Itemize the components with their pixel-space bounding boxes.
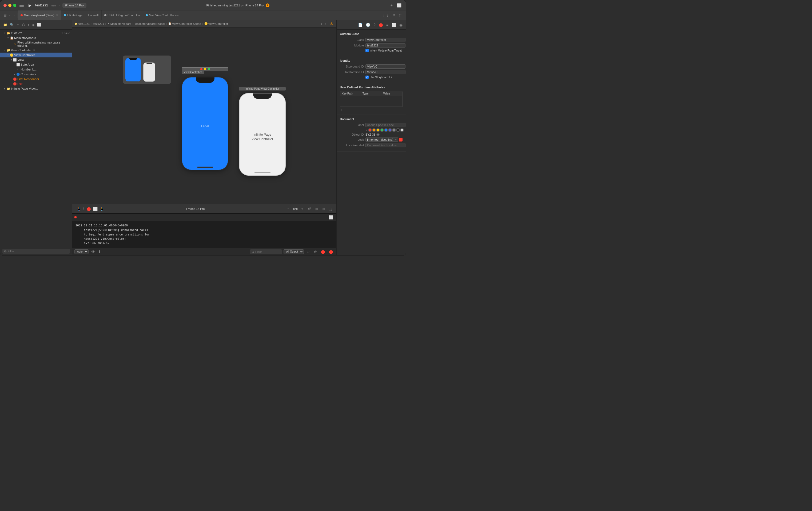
canvas-device-icon[interactable]: ⬜ <box>92 206 99 211</box>
safe-area-item[interactable]: ⬜ Safe Area <box>0 62 72 67</box>
storyboard-id-input[interactable] <box>366 64 405 69</box>
log-red2-icon[interactable]: ⬤ <box>328 249 334 254</box>
search-icon[interactable]: 🔍 <box>9 22 15 27</box>
restoration-id-input[interactable] <box>366 70 405 74</box>
log-info-icon[interactable]: ℹ <box>98 249 101 254</box>
tab-mainvc[interactable]: MainViewController.swi <box>143 10 182 20</box>
tab-storyboard[interactable]: Main.storyboard (Base) ✕ <box>18 10 61 20</box>
breadcrumb-storyboard[interactable]: ✕ Main.storyboard <box>107 22 132 25</box>
warning-item[interactable]: ⚠ Fixed width constraints may cause clip… <box>0 40 72 48</box>
constraints-item[interactable]: 🔵 Constraints <box>0 72 72 77</box>
first-responder-item[interactable]: 🔴 First Responder <box>0 77 72 81</box>
tab-uikit[interactable]: UIKit.UIPag...wController <box>102 10 143 20</box>
lock-clear-btn[interactable] <box>399 138 403 141</box>
auto-select[interactable]: Auto <box>75 249 89 254</box>
white-phone-frame[interactable]: Infinite PageView Controller <box>239 93 286 176</box>
lock-dropdown[interactable]: Inherited - (Nothing) ▾ <box>366 137 398 142</box>
inspector-id-icon[interactable]: ⬤ <box>378 22 384 27</box>
close-button[interactable] <box>3 4 7 7</box>
infinite-page-item[interactable]: 📁 Infinite Page View... <box>0 86 72 91</box>
canvas-more-icon[interactable]: ⬚ <box>327 206 333 211</box>
canvas-phone-landscape-icon[interactable]: 📱 <box>99 206 105 211</box>
more-options-icon[interactable]: ≡ <box>392 12 397 18</box>
constraints-arrow[interactable] <box>13 73 16 76</box>
canvas-stop-icon[interactable]: ⬤ <box>86 206 92 211</box>
exit-item[interactable]: 🔴 Exit <box>0 81 72 86</box>
breadcrumb-back[interactable]: ‹ <box>320 21 323 26</box>
play-button[interactable]: ▶ <box>27 3 33 8</box>
breadcrumb-storyboard-base[interactable]: Main.storyboard (Base) <box>135 22 165 25</box>
color-red[interactable] <box>368 128 372 132</box>
log-trash-icon[interactable]: 🗑 <box>312 249 318 254</box>
device-list-icon[interactable]: ⊞ <box>314 206 319 211</box>
number-label-item[interactable]: L Number L... <box>0 67 72 72</box>
report-icon[interactable]: ⬜ <box>36 22 42 27</box>
infinite-page-arrow[interactable] <box>3 87 6 90</box>
inspector-file-icon[interactable]: 📄 <box>357 22 364 27</box>
localizer-hint-input[interactable] <box>366 143 405 147</box>
inspector-connect-icon[interactable]: ◉ <box>398 22 404 27</box>
refresh-icon[interactable]: ↺ <box>307 206 312 211</box>
doc-label-input[interactable] <box>366 123 405 127</box>
vc-scene-item[interactable]: 📁 View Controller Sc... <box>0 48 72 53</box>
storyboard-item[interactable]: 📋 Main.storyboard <box>0 35 72 40</box>
inspector-toggle-icon[interactable]: ⬚ <box>398 12 404 18</box>
device-selector[interactable]: iPhone 14 Pro <box>62 3 86 8</box>
color-purple[interactable] <box>388 128 392 132</box>
add-runtime-attr-btn[interactable]: ＋ － <box>340 108 403 112</box>
zoom-out-button[interactable]: － <box>285 206 291 212</box>
breakpoint-icon[interactable]: ◉ <box>31 22 35 27</box>
view-item[interactable]: ⬜ View <box>0 57 72 62</box>
view-arrow[interactable] <box>10 58 12 61</box>
inspector-size-icon[interactable]: ⬜ <box>390 22 397 27</box>
project-root-item[interactable]: 📂 test1221 1 issue <box>0 31 72 35</box>
output-select[interactable]: All Output <box>284 249 304 254</box>
related-files-icon[interactable]: ⋮⋮ <box>381 12 390 18</box>
tab-infinite[interactable]: InfinitePage...troller.swift <box>61 10 102 20</box>
vc-arrow[interactable] <box>7 54 9 56</box>
log-expand-icon[interactable]: ⬜ <box>327 215 334 220</box>
filter-input[interactable] <box>8 250 68 253</box>
color-gray[interactable] <box>393 128 396 132</box>
breadcrumb-vc[interactable]: 🟡 View Controller <box>204 22 228 25</box>
blue-phone-frame[interactable]: Label <box>182 77 228 170</box>
source-control-icon[interactable]: ⬡ <box>21 22 26 27</box>
breadcrumb-scene[interactable]: 📋 View Controller Scene <box>168 22 201 25</box>
warning-badge[interactable]: 1 <box>266 3 269 7</box>
inherit-checkbox-box[interactable]: ✓ <box>366 49 369 52</box>
warning-filter-icon[interactable]: ⚠ <box>16 22 20 27</box>
breadcrumb-forward[interactable]: › <box>324 21 327 26</box>
inspector-clock-icon[interactable]: 🕐 <box>365 22 371 27</box>
log-filter-icon2[interactable]: ⊙ <box>306 249 311 254</box>
class-input[interactable] <box>366 38 405 42</box>
canvas-phone-portrait-icon[interactable]: 📱 <box>76 206 82 211</box>
bookmark-icon[interactable]: ♦ <box>27 22 30 27</box>
color-white[interactable] <box>400 128 404 132</box>
log-red1-icon[interactable]: ⬤ <box>320 249 326 254</box>
vc-item[interactable]: 🟡 View Controller <box>0 53 72 57</box>
project-expand-arrow[interactable] <box>3 32 6 34</box>
use-storyboard-checkbox-box[interactable]: ✓ <box>366 76 369 79</box>
module-input[interactable] <box>366 43 405 48</box>
breadcrumb-target[interactable]: test1221 <box>93 22 104 25</box>
tab-storyboard-close[interactable]: ✕ <box>56 14 58 17</box>
sidebar-grid-icon[interactable]: ⊞ <box>2 12 8 18</box>
log-eye-icon[interactable]: 👁 <box>90 249 96 254</box>
storyboard-expand-arrow[interactable] <box>7 36 9 39</box>
log-filter-input[interactable] <box>255 250 280 253</box>
color-yellow[interactable] <box>376 128 380 132</box>
color-green[interactable] <box>380 128 384 132</box>
vc-scene-arrow[interactable] <box>3 49 6 52</box>
canvas-info-icon[interactable]: ℹ <box>82 206 86 211</box>
sidebar-toggle[interactable] <box>20 4 24 7</box>
color-black[interactable] <box>397 128 400 132</box>
breadcrumb-warning[interactable]: ⚠ <box>329 21 334 26</box>
inspector-attr-icon[interactable]: ≡ <box>385 22 389 27</box>
breadcrumb-project[interactable]: 📁 test1221 <box>75 22 90 25</box>
folder-icon[interactable]: 📁 <box>2 22 8 27</box>
color-blue[interactable] <box>384 128 387 132</box>
maximize-button[interactable] <box>13 4 16 7</box>
forward-arrow[interactable]: › <box>12 12 16 18</box>
inspector-help-icon[interactable]: ? <box>372 22 377 27</box>
add-element-icon[interactable]: ⊞ <box>321 206 326 211</box>
